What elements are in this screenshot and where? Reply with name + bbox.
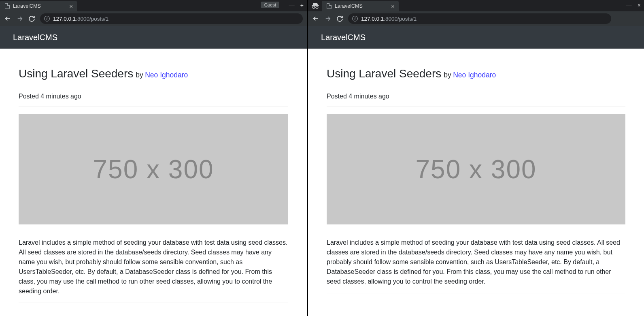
svg-point-2 xyxy=(316,6,318,9)
maximize-icon[interactable]: + xyxy=(300,2,304,8)
back-button[interactable] xyxy=(4,15,11,22)
close-tab-icon[interactable]: × xyxy=(391,3,395,9)
browser-toolbar: i 127.0.0.1:8000/posts/1 xyxy=(0,11,307,26)
tab-strip: LaravelCMS × Guest — + xyxy=(0,0,307,11)
post-header: Using Laravel Seeders by Neo Ighodaro xyxy=(327,67,625,86)
browser-tab[interactable]: LaravelCMS × xyxy=(322,1,399,11)
close-tab-icon[interactable]: × xyxy=(69,3,73,9)
post-title: Using Laravel Seeders xyxy=(327,67,441,80)
forward-button[interactable] xyxy=(324,15,332,22)
incognito-icon xyxy=(311,2,319,9)
page-icon xyxy=(5,3,10,9)
posted-timestamp: Posted 4 minutes ago xyxy=(19,86,288,107)
app-navbar: LaravelCMS xyxy=(308,26,644,49)
tab-title: LaravelCMS xyxy=(335,3,388,9)
placeholder-text: 750 x 300 xyxy=(93,154,214,184)
app-navbar: LaravelCMS xyxy=(0,26,307,49)
url-text: 127.0.0.1:8000/posts/1 xyxy=(361,16,417,22)
tab-title: LaravelCMS xyxy=(13,3,66,9)
posted-timestamp: Posted 4 minutes ago xyxy=(327,86,625,107)
forward-button[interactable] xyxy=(16,15,23,22)
reload-button[interactable] xyxy=(336,15,343,22)
author-link[interactable]: Neo Ighodaro xyxy=(145,71,188,79)
post-body: Laravel includes a simple method of seed… xyxy=(327,238,625,293)
post-body: Laravel includes a simple method of seed… xyxy=(19,238,288,303)
author-link[interactable]: Neo Ighodaro xyxy=(453,71,496,79)
page-content: Using Laravel Seeders by Neo Ighodaro Po… xyxy=(308,49,644,316)
back-button[interactable] xyxy=(312,15,319,22)
svg-point-1 xyxy=(312,6,315,9)
by-label: by xyxy=(444,71,451,79)
address-bar[interactable]: i 127.0.0.1:8000/posts/1 xyxy=(348,13,611,24)
placeholder-text: 750 x 300 xyxy=(415,154,536,184)
browser-window-left: LaravelCMS × Guest — + i 127.0.0.1:8000/… xyxy=(0,0,308,316)
post-header: Using Laravel Seeders by Neo Ighodaro xyxy=(19,67,288,86)
by-label: by xyxy=(136,71,143,79)
navbar-brand[interactable]: LaravelCMS xyxy=(13,33,57,42)
minimize-icon[interactable]: — xyxy=(626,2,632,8)
close-window-icon[interactable]: × xyxy=(638,2,641,8)
tab-strip: LaravelCMS × — × xyxy=(308,0,644,11)
page-content: Using Laravel Seeders by Neo Ighodaro Po… xyxy=(0,49,307,316)
browser-window-right: LaravelCMS × — × i 127.0.0.1:8000/posts/… xyxy=(308,0,644,316)
address-bar[interactable]: i 127.0.0.1:8000/posts/1 xyxy=(40,13,303,24)
hero-placeholder: 750 x 300 xyxy=(327,114,625,224)
page-icon xyxy=(327,3,332,9)
svg-rect-0 xyxy=(312,5,319,6)
site-info-icon[interactable]: i xyxy=(44,16,50,21)
divider xyxy=(327,232,625,232)
reload-button[interactable] xyxy=(28,15,35,22)
site-info-icon[interactable]: i xyxy=(352,16,358,21)
browser-toolbar: i 127.0.0.1:8000/posts/1 xyxy=(308,11,644,26)
window-controls: — + xyxy=(289,2,304,8)
navbar-brand[interactable]: LaravelCMS xyxy=(321,33,366,42)
url-text: 127.0.0.1:8000/posts/1 xyxy=(53,16,108,22)
divider xyxy=(19,232,288,232)
post-title: Using Laravel Seeders xyxy=(19,67,133,80)
window-controls: — × xyxy=(626,2,641,8)
browser-tab[interactable]: LaravelCMS × xyxy=(0,1,77,11)
minimize-icon[interactable]: — xyxy=(289,2,295,8)
hero-placeholder: 750 x 300 xyxy=(19,114,288,224)
guest-badge[interactable]: Guest xyxy=(261,2,279,8)
